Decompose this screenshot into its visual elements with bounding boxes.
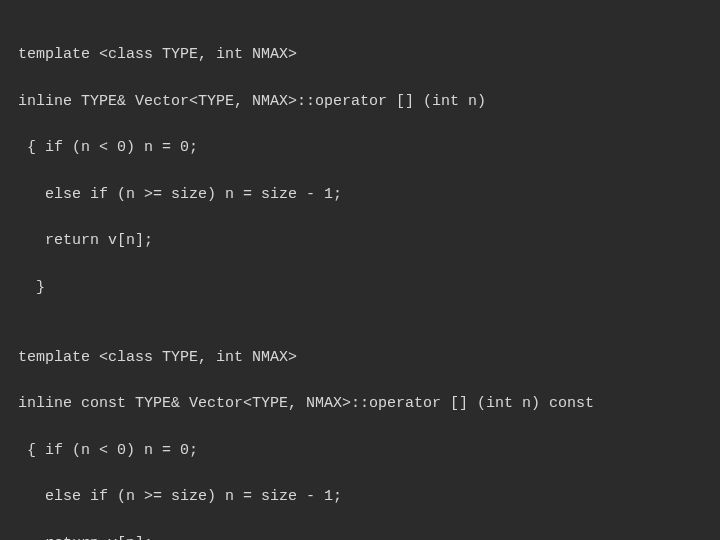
code-line: else if (n >= size) n = size - 1;	[18, 183, 702, 206]
code-line: inline TYPE& Vector<TYPE, NMAX>::operato…	[18, 90, 702, 113]
code-line: else if (n >= size) n = size - 1;	[18, 485, 702, 508]
code-line: { if (n < 0) n = 0;	[18, 136, 702, 159]
code-line: return v[n];	[18, 229, 702, 252]
code-line: return v[n];	[18, 532, 702, 541]
code-line: inline const TYPE& Vector<TYPE, NMAX>::o…	[18, 392, 702, 415]
code-line: template <class TYPE, int NMAX>	[18, 346, 702, 369]
code-line: template <class TYPE, int NMAX>	[18, 43, 702, 66]
code-line: }	[18, 276, 702, 299]
code-line: { if (n < 0) n = 0;	[18, 439, 702, 462]
code-block: template <class TYPE, int NMAX> inline T…	[0, 0, 720, 540]
